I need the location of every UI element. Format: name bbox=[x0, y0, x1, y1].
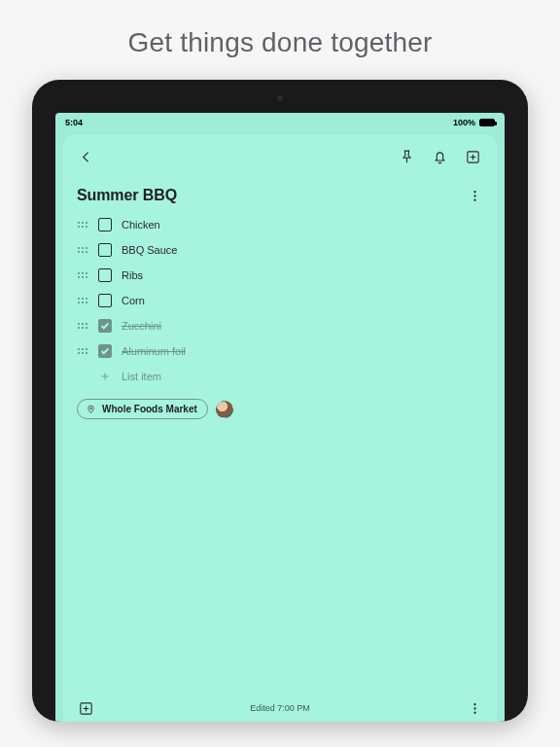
drag-handle[interactable] bbox=[77, 323, 88, 329]
checklist-row: Chicken bbox=[73, 212, 487, 237]
checkbox[interactable] bbox=[98, 294, 112, 307]
checklist-item-label[interactable]: Corn bbox=[122, 295, 145, 306]
back-button[interactable] bbox=[73, 144, 98, 169]
svg-point-9 bbox=[473, 711, 475, 713]
checklist-item-label[interactable]: Chicken bbox=[122, 219, 160, 231]
drag-handle[interactable] bbox=[77, 247, 88, 253]
note-menu-button[interactable] bbox=[462, 183, 487, 208]
tablet-frame: 5:04 100% bbox=[32, 80, 528, 722]
checkbox[interactable] bbox=[98, 218, 112, 231]
archive-button[interactable] bbox=[460, 144, 485, 169]
checklist-row: Corn bbox=[73, 288, 487, 313]
checklist-item-label[interactable]: BBQ Sauce bbox=[122, 244, 177, 256]
svg-point-5 bbox=[90, 408, 92, 409]
checkbox[interactable] bbox=[98, 243, 112, 257]
checklist-item-label[interactable]: Ribs bbox=[122, 269, 143, 281]
checkbox[interactable] bbox=[98, 344, 112, 358]
status-time: 5:04 bbox=[65, 118, 83, 127]
note-title[interactable]: Summer BBQ bbox=[77, 187, 177, 204]
promo-headline: Get things done together bbox=[127, 27, 432, 58]
checklist-row: BBQ Sauce bbox=[73, 237, 487, 263]
checkbox[interactable] bbox=[98, 319, 112, 333]
drag-handle[interactable] bbox=[77, 222, 88, 228]
pin-button[interactable] bbox=[394, 144, 419, 169]
svg-point-2 bbox=[473, 191, 475, 193]
plus-icon bbox=[98, 370, 112, 383]
checklist-row: Aluminum foil bbox=[73, 338, 487, 364]
checkbox[interactable] bbox=[98, 268, 112, 282]
add-list-item-row[interactable]: List item bbox=[73, 364, 487, 389]
screen: 5:04 100% bbox=[55, 113, 505, 722]
tablet-camera bbox=[276, 94, 284, 102]
checklist: ChickenBBQ SauceRibsCornZucchiniAluminum… bbox=[63, 212, 497, 389]
more-actions-button[interactable] bbox=[462, 695, 487, 721]
reminder-button[interactable] bbox=[427, 144, 452, 169]
drag-handle[interactable] bbox=[77, 298, 88, 303]
location-chip-label: Whole Foods Market bbox=[102, 404, 197, 414]
battery-percent: 100% bbox=[453, 118, 475, 127]
location-chip[interactable]: Whole Foods Market bbox=[77, 399, 208, 419]
note-toolbar bbox=[63, 134, 497, 175]
svg-point-3 bbox=[473, 195, 475, 196]
checklist-item-label[interactable]: Zucchini bbox=[122, 320, 161, 332]
collaborator-avatar[interactable] bbox=[216, 401, 233, 418]
drag-handle[interactable] bbox=[77, 272, 88, 278]
drag-handle[interactable] bbox=[77, 348, 88, 354]
battery-icon bbox=[479, 119, 495, 126]
edited-timestamp: Edited 7:00 PM bbox=[63, 703, 497, 713]
svg-point-7 bbox=[473, 703, 475, 705]
svg-point-4 bbox=[473, 198, 475, 200]
svg-point-8 bbox=[473, 707, 475, 709]
checklist-row: Ribs bbox=[73, 263, 487, 288]
note-surface: Summer BBQ ChickenBBQ SauceRibsCornZucch… bbox=[63, 134, 497, 722]
add-content-button[interactable] bbox=[73, 695, 98, 721]
status-bar: 5:04 100% bbox=[55, 113, 505, 130]
add-item-placeholder: List item bbox=[122, 371, 161, 382]
checklist-row: Zucchini bbox=[73, 313, 487, 338]
checklist-item-label[interactable]: Aluminum foil bbox=[122, 345, 186, 357]
bottom-toolbar: Edited 7:00 PM bbox=[63, 694, 497, 722]
